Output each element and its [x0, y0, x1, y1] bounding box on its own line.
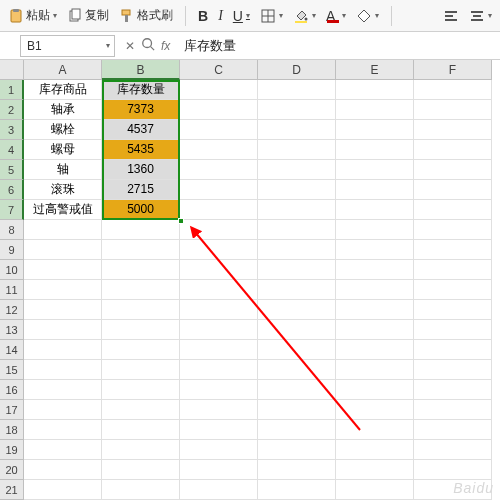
- cell[interactable]: [414, 200, 492, 220]
- cell[interactable]: [24, 480, 102, 500]
- cell[interactable]: 库存数量: [102, 80, 180, 100]
- cell[interactable]: 螺栓: [24, 120, 102, 140]
- cell[interactable]: [24, 340, 102, 360]
- copy-button[interactable]: 复制: [63, 5, 113, 26]
- cell[interactable]: [102, 300, 180, 320]
- cell[interactable]: [180, 320, 258, 340]
- cell[interactable]: [102, 220, 180, 240]
- cell[interactable]: [180, 460, 258, 480]
- cell[interactable]: [414, 360, 492, 380]
- cell[interactable]: 过高警戒值: [24, 200, 102, 220]
- select-all-corner[interactable]: [0, 60, 24, 80]
- cell[interactable]: [258, 220, 336, 240]
- cell[interactable]: 滚珠: [24, 180, 102, 200]
- row-header[interactable]: 10: [0, 260, 24, 280]
- row-header[interactable]: 19: [0, 440, 24, 460]
- row-header[interactable]: 21: [0, 480, 24, 500]
- format-painter-button[interactable]: 格式刷: [115, 5, 177, 26]
- cell[interactable]: [24, 360, 102, 380]
- cell[interactable]: [336, 180, 414, 200]
- cell[interactable]: [414, 220, 492, 240]
- cell[interactable]: [336, 320, 414, 340]
- cell[interactable]: [258, 420, 336, 440]
- cell[interactable]: [414, 160, 492, 180]
- cell[interactable]: [180, 280, 258, 300]
- cell[interactable]: [180, 400, 258, 420]
- row-header[interactable]: 13: [0, 320, 24, 340]
- cell[interactable]: [24, 460, 102, 480]
- cell[interactable]: [258, 340, 336, 360]
- row-header[interactable]: 6: [0, 180, 24, 200]
- cell[interactable]: [414, 140, 492, 160]
- cell[interactable]: [336, 240, 414, 260]
- row-header[interactable]: 12: [0, 300, 24, 320]
- row-header[interactable]: 16: [0, 380, 24, 400]
- cell[interactable]: 5435: [102, 140, 180, 160]
- cell[interactable]: [102, 420, 180, 440]
- cell[interactable]: [258, 300, 336, 320]
- column-header[interactable]: B: [102, 60, 180, 80]
- cell[interactable]: [180, 200, 258, 220]
- cell[interactable]: 螺母: [24, 140, 102, 160]
- cell[interactable]: [336, 100, 414, 120]
- cell[interactable]: [258, 140, 336, 160]
- cell[interactable]: [336, 160, 414, 180]
- row-header[interactable]: 8: [0, 220, 24, 240]
- cell[interactable]: [258, 320, 336, 340]
- cell[interactable]: [414, 440, 492, 460]
- cell[interactable]: [414, 320, 492, 340]
- cell[interactable]: [414, 100, 492, 120]
- spreadsheet-grid[interactable]: ABCDEF 123456789101112131415161718192021…: [0, 60, 500, 500]
- cell[interactable]: [414, 280, 492, 300]
- cell[interactable]: [258, 120, 336, 140]
- cell[interactable]: [336, 260, 414, 280]
- row-header[interactable]: 1: [0, 80, 24, 100]
- bold-button[interactable]: B: [194, 6, 212, 26]
- cell[interactable]: [24, 280, 102, 300]
- name-box[interactable]: B1 ▾: [20, 35, 115, 57]
- cell[interactable]: [258, 280, 336, 300]
- align-center-button[interactable]: ▾: [465, 6, 496, 26]
- cell[interactable]: [102, 460, 180, 480]
- cell[interactable]: 4537: [102, 120, 180, 140]
- cell[interactable]: [102, 440, 180, 460]
- cell[interactable]: [336, 440, 414, 460]
- cell[interactable]: [258, 260, 336, 280]
- cell[interactable]: [24, 380, 102, 400]
- cell[interactable]: [336, 340, 414, 360]
- cell[interactable]: [102, 240, 180, 260]
- cell[interactable]: [258, 100, 336, 120]
- cell[interactable]: [102, 360, 180, 380]
- cell[interactable]: [180, 360, 258, 380]
- paste-button[interactable]: 粘贴 ▾: [4, 5, 61, 26]
- cell[interactable]: [180, 260, 258, 280]
- cell[interactable]: [180, 160, 258, 180]
- cell[interactable]: 7373: [102, 100, 180, 120]
- cell[interactable]: [180, 240, 258, 260]
- fill-handle[interactable]: [178, 218, 184, 224]
- cell[interactable]: [180, 340, 258, 360]
- cell[interactable]: [102, 340, 180, 360]
- row-header[interactable]: 20: [0, 460, 24, 480]
- cell[interactable]: [24, 300, 102, 320]
- cell[interactable]: [102, 400, 180, 420]
- cell[interactable]: [102, 260, 180, 280]
- row-header[interactable]: 2: [0, 100, 24, 120]
- cell[interactable]: 轴承: [24, 100, 102, 120]
- row-header[interactable]: 9: [0, 240, 24, 260]
- cell[interactable]: [336, 280, 414, 300]
- cancel-icon[interactable]: ✕: [125, 39, 135, 53]
- row-header[interactable]: 7: [0, 200, 24, 220]
- row-header[interactable]: 18: [0, 420, 24, 440]
- column-header[interactable]: E: [336, 60, 414, 80]
- cell[interactable]: [414, 420, 492, 440]
- cell[interactable]: [336, 400, 414, 420]
- cell[interactable]: [336, 420, 414, 440]
- cell[interactable]: [414, 120, 492, 140]
- cell[interactable]: 1360: [102, 160, 180, 180]
- cell[interactable]: [24, 420, 102, 440]
- cell[interactable]: [336, 300, 414, 320]
- cell[interactable]: 5000: [102, 200, 180, 220]
- cell-styles-button[interactable]: ▾: [352, 6, 383, 26]
- column-header[interactable]: C: [180, 60, 258, 80]
